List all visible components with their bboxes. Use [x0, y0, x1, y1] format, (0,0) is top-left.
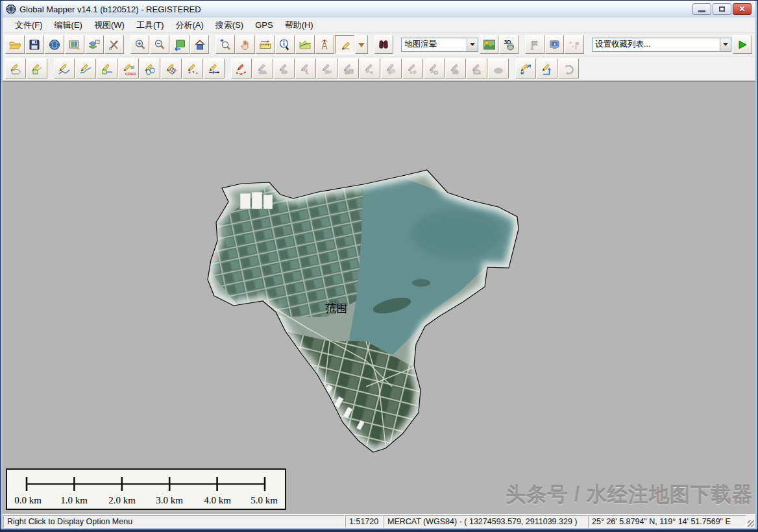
profile-chart-icon: [299, 38, 312, 51]
scale-feature-button[interactable]: [338, 58, 359, 79]
menu-gps[interactable]: GPS: [249, 18, 278, 32]
file-toolbar: 地图渲晕 3D 设置收藏列表...: [3, 33, 755, 56]
rotate-feature-button[interactable]: [317, 58, 337, 79]
restore-view-icon: [173, 38, 186, 51]
edit-feature-button[interactable]: [252, 58, 273, 79]
info-icon: [278, 38, 291, 51]
menu-help[interactable]: 帮助(H): [279, 18, 319, 33]
combine-features-button[interactable]: [381, 58, 402, 79]
restore-last-view-button[interactable]: [170, 35, 190, 54]
shader-combo[interactable]: 地图渲晕: [401, 38, 478, 52]
freehand-icon: [79, 62, 93, 76]
insert-vertex-button[interactable]: [204, 58, 225, 79]
path-profile-button[interactable]: [295, 35, 315, 54]
paste-features-button[interactable]: [467, 58, 487, 79]
control-center-button[interactable]: [65, 35, 84, 54]
zoom-in-button[interactable]: [130, 35, 150, 54]
pencil-icon: [338, 38, 351, 51]
map-canvas[interactable]: 范围: [3, 82, 755, 514]
snap-vertex-button[interactable]: [360, 58, 380, 79]
delete-features-icon: [491, 62, 506, 76]
close-button[interactable]: ✕: [733, 3, 752, 15]
undo-digitization-button[interactable]: [558, 58, 579, 79]
menu-file[interactable]: 文件(F): [9, 18, 49, 33]
zoom-out-button[interactable]: [150, 35, 169, 54]
create-area-button[interactable]: [5, 58, 26, 79]
paste-features-icon: [470, 62, 484, 76]
copy-features-button[interactable]: [424, 58, 445, 79]
create-rectangle-button[interactable]: [27, 58, 47, 79]
scale-bar: 0.0 km 1.0 km 2.0 km 3.0 km 4.0 km 5.0 k…: [6, 468, 286, 510]
digitizer-toolbar: 36COGO: [3, 56, 755, 81]
feature-info-button[interactable]: [275, 35, 295, 54]
configuration-button[interactable]: [104, 35, 124, 54]
scale-bar-labels: 0.0 km 1.0 km 2.0 km 3.0 km 4.0 km 5.0 k…: [14, 495, 278, 505]
measure-button[interactable]: [256, 35, 275, 54]
gps-flag-button[interactable]: [565, 35, 584, 54]
zoom-window-button[interactable]: [215, 35, 235, 54]
search-button[interactable]: [374, 35, 394, 54]
resize-grip[interactable]: [746, 514, 755, 528]
download-online-data-button[interactable]: [45, 35, 64, 54]
workspace-view-button[interactable]: [545, 35, 565, 54]
shader-combo-value: 地图渲晕: [402, 39, 467, 50]
menu-tools[interactable]: 工具(T): [130, 18, 170, 33]
create-range-rings-button[interactable]: [231, 58, 252, 79]
favorites-combo[interactable]: 设置收藏列表...: [592, 38, 731, 52]
cut-features-button[interactable]: [445, 58, 466, 79]
menu-edit[interactable]: 编辑(E): [49, 18, 88, 33]
maximize-icon: [719, 6, 725, 12]
view-3d-button[interactable]: 3D: [499, 35, 519, 54]
create-circle-button[interactable]: [140, 58, 160, 79]
rotate-feature-icon: [320, 62, 334, 76]
hand-icon: [239, 38, 252, 51]
delete-features-button[interactable]: [488, 58, 509, 79]
minimize-button[interactable]: [692, 3, 711, 15]
favorites-combo-arrow[interactable]: [720, 38, 731, 51]
menu-search[interactable]: 搜索(S): [210, 18, 249, 33]
move-feature-button[interactable]: [274, 58, 295, 79]
view-shed-button[interactable]: [315, 35, 335, 54]
shader-combo-arrow[interactable]: [467, 38, 478, 51]
open-file-button[interactable]: [5, 35, 25, 54]
map-view[interactable]: 范围 0.0 km 1.0 km 2.0 km 3.0 km 4.0 km 5.…: [3, 81, 755, 514]
vector-trace-button[interactable]: [515, 58, 536, 79]
control-center-icon: [68, 38, 81, 51]
status-map-scale: 1:51720: [345, 515, 383, 528]
globe-icon: [48, 38, 61, 51]
flag-icon: [528, 38, 541, 51]
split-features-button[interactable]: [402, 58, 423, 79]
create-freehand-line-button[interactable]: [75, 58, 96, 79]
shader-options-button[interactable]: [480, 35, 499, 54]
menu-view[interactable]: 视图(W): [88, 18, 130, 33]
save-workspace-button[interactable]: [25, 35, 45, 54]
chevron-down-icon: [470, 43, 475, 49]
minimize-icon: [698, 10, 705, 12]
digitizer-dropdown-button[interactable]: [355, 35, 368, 54]
apply-favorite-button[interactable]: [733, 35, 752, 54]
reshape-feature-button[interactable]: [295, 58, 316, 79]
close-icon: ✕: [739, 5, 745, 13]
menu-analysis[interactable]: 分析(A): [170, 18, 210, 33]
resize-grip-icon: [748, 520, 754, 527]
right-angle-draw-button[interactable]: [537, 58, 557, 79]
svg-text:2.0 km: 2.0 km: [108, 495, 136, 505]
create-grid-button[interactable]: [161, 58, 182, 79]
create-rectangle-line-button[interactable]: [97, 58, 117, 79]
status-latlon: 25° 26' 5.8794" N, 119° 14' 51.7569" E: [588, 515, 746, 528]
digitizer-tool-button[interactable]: [335, 35, 354, 54]
title-bar[interactable]: Global Mapper v14.1 (b120512) - REGISTER…: [3, 1, 755, 18]
create-line-icon: [57, 62, 71, 76]
binoculars-icon: [377, 38, 390, 51]
overlay-control-button[interactable]: [85, 35, 104, 54]
position-flag-button[interactable]: [525, 35, 544, 54]
insert-vertex-icon: [207, 62, 221, 76]
full-view-button[interactable]: [190, 35, 210, 54]
maximize-button[interactable]: [713, 3, 731, 15]
move-feature-icon: [277, 62, 291, 76]
create-line-button[interactable]: [54, 58, 75, 79]
create-point-button[interactable]: [182, 58, 203, 79]
create-cogo-button[interactable]: 36COGO: [118, 58, 139, 79]
monitor-icon: [548, 38, 561, 51]
pan-button[interactable]: [236, 35, 255, 54]
